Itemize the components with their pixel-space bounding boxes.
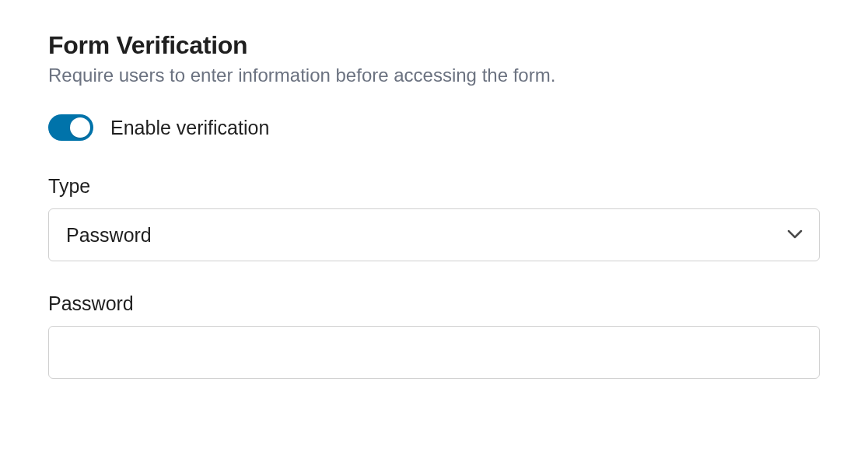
enable-verification-toggle[interactable] xyxy=(48,114,93,141)
password-label: Password xyxy=(48,292,820,315)
enable-verification-label: Enable verification xyxy=(110,117,269,139)
section-description: Require users to enter information befor… xyxy=(48,65,820,86)
section-title: Form Verification xyxy=(48,31,820,60)
toggle-knob xyxy=(70,117,90,138)
type-field-group: Type Password xyxy=(48,175,820,261)
password-field-group: Password xyxy=(48,292,820,379)
type-selected-value: Password xyxy=(66,224,152,247)
type-label: Type xyxy=(48,175,820,198)
enable-verification-row: Enable verification xyxy=(48,114,820,141)
password-input[interactable] xyxy=(48,326,820,379)
type-select-wrapper: Password xyxy=(48,208,820,261)
type-select[interactable]: Password xyxy=(48,208,820,261)
